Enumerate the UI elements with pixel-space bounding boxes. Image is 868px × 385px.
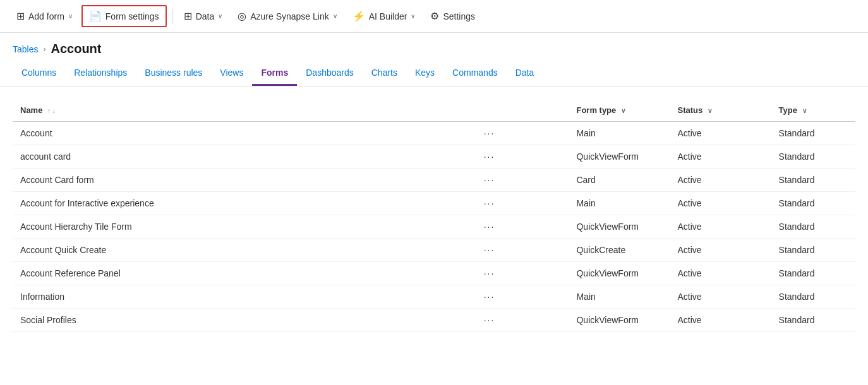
data-icon: ⊞: [184, 10, 192, 22]
cell-type: Standard: [771, 192, 855, 215]
breadcrumb-current: Account: [51, 42, 101, 56]
subnav-item-data[interactable]: Data: [507, 61, 543, 86]
col-header-type[interactable]: Type ∨: [771, 99, 855, 122]
table-row: Account Reference Panel···QuickViewFormA…: [13, 262, 855, 285]
table-row: Social Profiles···QuickViewFormActiveSta…: [13, 309, 855, 332]
cell-dots-menu[interactable]: ···: [476, 262, 569, 285]
cell-formtype: QuickViewForm: [569, 145, 670, 169]
table-row: account card···QuickViewFormActiveStanda…: [13, 145, 855, 169]
col-header-name[interactable]: Name ↑ ↓: [13, 99, 476, 122]
cell-formtype: Main: [569, 122, 670, 145]
cell-type: Standard: [771, 262, 855, 285]
cell-formtype: QuickCreate: [569, 239, 670, 262]
cell-type: Standard: [771, 169, 855, 192]
add-form-chevron: ∨: [68, 13, 73, 20]
add-form-label: Add form: [28, 11, 64, 21]
cell-name[interactable]: Information: [13, 285, 476, 309]
forms-table: Name ↑ ↓ Form type ∨ Status ∨ Type ∨ Acc…: [13, 99, 855, 332]
cell-name[interactable]: Social Profiles: [13, 309, 476, 332]
cell-status: Active: [670, 192, 771, 215]
ai-builder-label: AI Builder: [369, 11, 407, 21]
subnav: ColumnsRelationshipsBusiness rulesViewsF…: [0, 61, 868, 86]
cell-type: Standard: [771, 145, 855, 169]
table-row: Account Card form···CardActiveStandard: [13, 169, 855, 192]
cell-dots-menu[interactable]: ···: [476, 169, 569, 192]
col-header-dots: [476, 99, 569, 122]
cell-dots-menu[interactable]: ···: [476, 215, 569, 239]
ai-builder-chevron: ∨: [411, 13, 415, 20]
cell-formtype: Main: [569, 285, 670, 309]
azure-synapse-icon: ◎: [238, 10, 246, 22]
cell-name[interactable]: Account Card form: [13, 169, 476, 192]
form-settings-icon: 📄: [89, 10, 102, 22]
cell-name[interactable]: Account for Interactive experience: [13, 192, 476, 215]
cell-name[interactable]: account card: [13, 145, 476, 169]
breadcrumb: Tables › Account: [0, 33, 868, 61]
settings-label: Settings: [443, 11, 475, 21]
cell-name[interactable]: Account Reference Panel: [13, 262, 476, 285]
breadcrumb-parent[interactable]: Tables: [13, 44, 38, 54]
cell-dots-menu[interactable]: ···: [476, 239, 569, 262]
cell-dots-menu[interactable]: ···: [476, 192, 569, 215]
toolbar-btn-add-form[interactable]: ⊞Add form∨: [10, 6, 79, 26]
toolbar-separator: [172, 9, 172, 24]
toolbar-btn-data[interactable]: ⊞Data∨: [178, 6, 229, 26]
toolbar: ⊞Add form∨📄Form settings⊞Data∨◎Azure Syn…: [0, 0, 868, 33]
cell-formtype: Card: [569, 169, 670, 192]
cell-name[interactable]: Account: [13, 122, 476, 145]
toolbar-btn-form-settings[interactable]: 📄Form settings: [81, 5, 167, 27]
subnav-item-columns[interactable]: Columns: [13, 61, 65, 86]
cell-name[interactable]: Account Quick Create: [13, 239, 476, 262]
settings-icon: ⚙: [430, 10, 439, 22]
subnav-item-dashboards[interactable]: Dashboards: [297, 61, 363, 86]
cell-status: Active: [670, 169, 771, 192]
cell-type: Standard: [771, 239, 855, 262]
cell-formtype: Main: [569, 192, 670, 215]
toolbar-btn-azure-synapse[interactable]: ◎Azure Synapse Link∨: [231, 6, 344, 26]
azure-synapse-chevron: ∨: [333, 13, 337, 20]
data-chevron: ∨: [218, 13, 222, 20]
subnav-item-business-rules[interactable]: Business rules: [136, 61, 211, 86]
cell-status: Active: [670, 239, 771, 262]
toolbar-btn-ai-builder[interactable]: ⚡AI Builder∨: [346, 6, 422, 26]
cell-status: Active: [670, 215, 771, 239]
cell-dots-menu[interactable]: ···: [476, 122, 569, 145]
sort-icons-name[interactable]: ↑ ↓: [47, 107, 56, 114]
ai-builder-icon: ⚡: [353, 10, 365, 22]
table-row: Information···MainActiveStandard: [13, 285, 855, 309]
subnav-item-forms[interactable]: Forms: [252, 61, 297, 86]
table-row: Account Hierarchy Tile Form···QuickViewF…: [13, 215, 855, 239]
toolbar-btn-settings[interactable]: ⚙Settings: [424, 6, 481, 26]
subnav-item-keys[interactable]: Keys: [406, 61, 443, 86]
data-label: Data: [196, 11, 215, 21]
cell-dots-menu[interactable]: ···: [476, 145, 569, 169]
add-form-icon: ⊞: [16, 10, 25, 22]
form-settings-label: Form settings: [105, 11, 159, 21]
table-row: Account···MainActiveStandard: [13, 122, 855, 145]
cell-name[interactable]: Account Hierarchy Tile Form: [13, 215, 476, 239]
cell-formtype: QuickViewForm: [569, 309, 670, 332]
cell-formtype: QuickViewForm: [569, 215, 670, 239]
cell-type: Standard: [771, 215, 855, 239]
col-header-status[interactable]: Status ∨: [670, 99, 771, 122]
chevron-status: ∨: [708, 107, 712, 114]
cell-formtype: QuickViewForm: [569, 262, 670, 285]
cell-status: Active: [670, 122, 771, 145]
cell-status: Active: [670, 262, 771, 285]
table-row: Account for Interactive experience···Mai…: [13, 192, 855, 215]
col-header-formtype[interactable]: Form type ∨: [569, 99, 670, 122]
cell-type: Standard: [771, 122, 855, 145]
cell-dots-menu[interactable]: ···: [476, 309, 569, 332]
subnav-item-commands[interactable]: Commands: [443, 61, 507, 86]
breadcrumb-separator: ›: [43, 45, 45, 54]
subnav-item-charts[interactable]: Charts: [363, 61, 406, 86]
chevron-formtype: ∨: [621, 107, 625, 114]
subnav-item-relationships[interactable]: Relationships: [65, 61, 136, 86]
chevron-type: ∨: [802, 107, 807, 114]
cell-dots-menu[interactable]: ···: [476, 285, 569, 309]
cell-status: Active: [670, 285, 771, 309]
cell-type: Standard: [771, 285, 855, 309]
cell-status: Active: [670, 145, 771, 169]
table-container: Name ↑ ↓ Form type ∨ Status ∨ Type ∨ Acc…: [0, 86, 868, 332]
subnav-item-views[interactable]: Views: [211, 61, 252, 86]
